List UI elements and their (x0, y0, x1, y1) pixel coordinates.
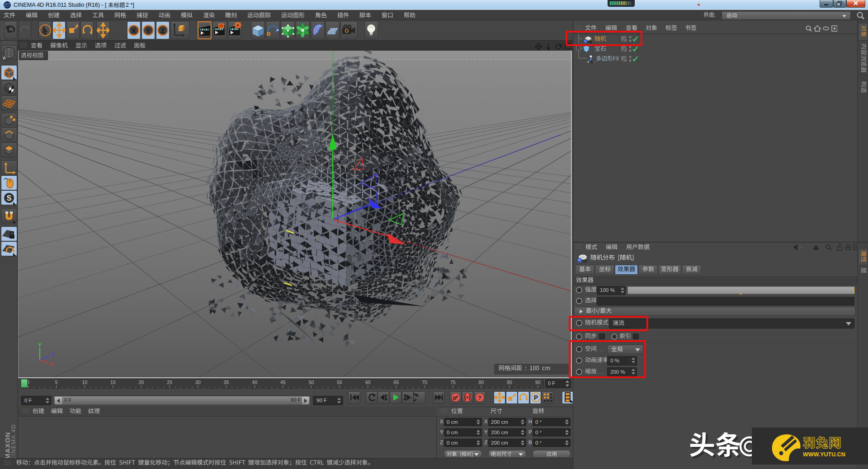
svg-text:Y: Y (38, 342, 42, 348)
svg-text:X: X (132, 27, 136, 34)
svg-text:fx: fx (590, 60, 594, 64)
svg-text:60: 60 (365, 380, 371, 385)
svg-text:80: 80 (479, 380, 484, 385)
svg-text:X: X (50, 361, 54, 368)
svg-text:75: 75 (450, 380, 456, 385)
svg-text:P: P (534, 394, 538, 401)
svg-text:S: S (7, 194, 12, 202)
svg-text:55: 55 (337, 380, 342, 385)
svg-text:35: 35 (224, 380, 229, 385)
svg-text:50: 50 (309, 380, 314, 385)
svg-text:90: 90 (535, 380, 541, 385)
svg-text:30: 30 (195, 380, 201, 385)
svg-text:65: 65 (394, 380, 399, 385)
svg-text:70: 70 (422, 380, 427, 385)
svg-text:20: 20 (139, 380, 144, 385)
svg-text:Z: Z (51, 351, 54, 357)
svg-text:?: ? (478, 394, 481, 401)
svg-text:45: 45 (280, 380, 286, 385)
svg-text:15: 15 (110, 380, 116, 385)
svg-text:10: 10 (82, 380, 87, 385)
svg-text:85: 85 (507, 380, 512, 385)
svg-text:40: 40 (252, 380, 257, 385)
svg-text:Y: Y (146, 27, 151, 34)
svg-text:25: 25 (167, 380, 172, 385)
svg-text:5: 5 (55, 380, 58, 385)
svg-text:Z: Z (160, 27, 165, 34)
